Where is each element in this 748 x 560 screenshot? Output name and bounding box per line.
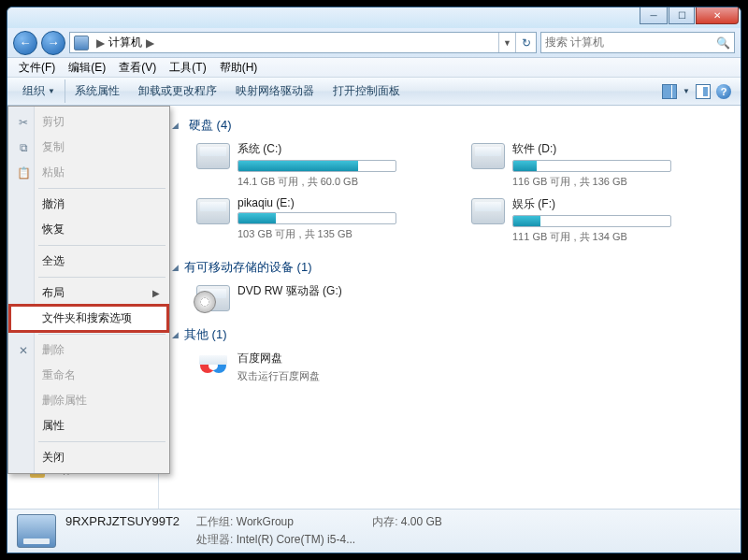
titlebar: ─ ☐ ✕ <box>7 7 741 28</box>
hdd-icon <box>196 198 230 224</box>
svg-point-2 <box>209 361 218 370</box>
organize-menu: ✂剪切 ⧉复制 📋粘贴 撤消 恢复 全选 布局▶ 文件夹和搜索选项 ✕删除 重命… <box>7 106 170 474</box>
forward-button[interactable]: → <box>41 31 65 55</box>
workgroup-value: WorkGroup <box>237 515 294 528</box>
menu-edit[interactable]: 编辑(E) <box>63 58 111 78</box>
workgroup-label: 工作组: <box>196 515 233 528</box>
memory-value: 4.00 GB <box>401 515 442 528</box>
explorer-window: ─ ☐ ✕ ← → ▶ 计算机 ▶ ▼ ↻ 搜索 计算机 🔍 文件(F) 编辑(… <box>7 7 741 553</box>
menu-copy[interactable]: ⧉复制 <box>10 135 167 160</box>
tb-system-properties[interactable]: 系统属性 <box>65 79 129 103</box>
hdd-icon <box>196 143 230 169</box>
address-dropdown[interactable]: ▼ <box>498 33 515 52</box>
drive-label: DVD RW 驱动器 (G:) <box>237 283 453 299</box>
breadcrumb-sep[interactable]: ▶ <box>96 36 105 50</box>
hdd-icon <box>471 143 505 169</box>
usage-bar <box>237 212 396 224</box>
menu-properties[interactable]: 属性 <box>10 413 167 438</box>
computer-large-icon <box>17 514 56 548</box>
paste-icon: 📋 <box>16 165 31 180</box>
organize-button[interactable]: 组织▼ <box>13 79 65 103</box>
tb-map-drive[interactable]: 映射网络驱动器 <box>226 79 324 103</box>
drive-label: pikaqiu (E:) <box>237 196 453 209</box>
drive-stats: 116 GB 可用 , 共 136 GB <box>512 175 727 189</box>
tb-uninstall[interactable]: 卸载或更改程序 <box>129 79 226 103</box>
collapse-icon: ◢ <box>172 263 179 272</box>
drive-label: 系统 (C:) <box>237 141 453 157</box>
search-placeholder: 搜索 计算机 <box>545 35 604 50</box>
breadcrumb-sep[interactable]: ▶ <box>146 36 154 50</box>
hdd-icon <box>471 198 505 224</box>
menu-separator <box>38 277 165 278</box>
minimize-button[interactable]: ─ <box>640 7 668 24</box>
drive-g[interactable]: DVD RW 驱动器 (G:) <box>196 283 453 311</box>
usage-bar <box>512 160 671 172</box>
menu-folder-options[interactable]: 文件夹和搜索选项 <box>10 306 167 331</box>
menu-undo[interactable]: 撤消 <box>10 192 167 217</box>
section-other[interactable]: ◢其他 (1) <box>172 323 727 347</box>
close-button[interactable]: ✕ <box>696 7 739 24</box>
menu-delete[interactable]: ✕删除 <box>10 337 167 363</box>
menu-separator <box>38 334 165 335</box>
menu-layout[interactable]: 布局▶ <box>10 280 167 306</box>
search-icon: 🔍 <box>716 36 730 50</box>
details-pane: 9RXPRJZTSUY99T2 工作组: WorkGroup 内存: 4.00 … <box>7 509 741 553</box>
menu-separator <box>38 245 165 246</box>
body: 计算机 网络 控制面板 回收站 工作 ◢硬硬盘 (4) 系统 (C:) 14.1… <box>7 106 741 509</box>
chevron-down-icon[interactable]: ▼ <box>683 87 690 95</box>
cpu-value: Intel(R) Core(TM) i5-4... <box>237 533 355 546</box>
preview-pane-button[interactable] <box>696 84 711 99</box>
menu-view[interactable]: 查看(V) <box>113 58 162 78</box>
section-removable[interactable]: ◢有可移动存储的设备 (1) <box>172 255 727 280</box>
usage-bar <box>512 215 671 227</box>
section-hdd[interactable]: ◢硬硬盘 (4) <box>172 113 727 137</box>
drive-f[interactable]: 娱乐 (F:) 111 GB 可用 , 共 134 GB <box>471 196 727 244</box>
search-input[interactable]: 搜索 计算机 🔍 <box>540 32 735 53</box>
drive-stats: 103 GB 可用 , 共 135 GB <box>237 227 453 241</box>
usage-bar <box>237 160 396 172</box>
view-mode-button[interactable] <box>662 84 677 99</box>
menu-separator <box>38 188 165 189</box>
address-bar[interactable]: ▶ 计算机 ▶ ▼ ↻ <box>69 32 537 53</box>
delete-icon: ✕ <box>16 343 31 358</box>
drive-stats: 111 GB 可用 , 共 134 GB <box>512 230 727 244</box>
menu-remove-props[interactable]: 删除属性 <box>10 388 167 413</box>
drive-label: 娱乐 (F:) <box>512 196 727 212</box>
menu-file[interactable]: 文件(F) <box>13 58 61 78</box>
nav-row: ← → ▶ 计算机 ▶ ▼ ↻ 搜索 计算机 🔍 <box>7 28 741 58</box>
chevron-down-icon: ▼ <box>48 87 55 95</box>
breadcrumb-computer[interactable]: 计算机 <box>108 35 142 50</box>
menu-tools[interactable]: 工具(T) <box>164 58 211 78</box>
menu-help[interactable]: 帮助(H) <box>214 58 264 78</box>
menu-separator <box>38 441 165 442</box>
refresh-button[interactable]: ↻ <box>515 33 536 52</box>
tb-control-panel[interactable]: 打开控制面板 <box>324 79 410 103</box>
drive-d[interactable]: 软件 (D:) 116 GB 可用 , 共 136 GB <box>471 141 727 189</box>
memory-label: 内存: <box>372 515 397 528</box>
computer-name: 9RXPRJZTSUY99T2 <box>65 514 180 530</box>
drive-e[interactable]: pikaqiu (E:) 103 GB 可用 , 共 135 GB <box>196 196 453 244</box>
dvd-icon <box>196 285 230 311</box>
menu-paste[interactable]: 📋粘贴 <box>10 160 167 185</box>
drive-stats: 14.1 GB 可用 , 共 60.0 GB <box>237 175 453 189</box>
help-button[interactable]: ? <box>716 84 731 99</box>
drive-label: 百度网盘 <box>237 351 453 366</box>
computer-icon <box>74 36 89 50</box>
back-button[interactable]: ← <box>13 31 37 55</box>
toolbar: 组织▼ 系统属性 卸载或更改程序 映射网络驱动器 打开控制面板 ▼ ? <box>7 78 741 106</box>
drive-label: 软件 (D:) <box>512 141 727 157</box>
menu-select-all[interactable]: 全选 <box>10 249 167 274</box>
menubar: 文件(F) 编辑(E) 查看(V) 工具(T) 帮助(H) <box>7 58 741 78</box>
menu-cut[interactable]: ✂剪切 <box>10 109 167 135</box>
menu-redo[interactable]: 恢复 <box>10 217 167 242</box>
menu-rename[interactable]: 重命名 <box>10 363 167 388</box>
drive-c[interactable]: 系统 (C:) 14.1 GB 可用 , 共 60.0 GB <box>196 141 453 189</box>
maximize-button[interactable]: ☐ <box>669 7 695 24</box>
baidu-icon <box>196 352 230 379</box>
menu-close[interactable]: 关闭 <box>10 445 167 470</box>
collapse-icon: ◢ <box>172 121 179 130</box>
drive-sub: 双击运行百度网盘 <box>237 369 453 383</box>
drive-baidu[interactable]: 百度网盘 双击运行百度网盘 <box>196 351 453 383</box>
cpu-label: 处理器: <box>196 533 233 546</box>
content-pane: ◢硬硬盘 (4) 系统 (C:) 14.1 GB 可用 , 共 60.0 GB … <box>159 106 741 509</box>
